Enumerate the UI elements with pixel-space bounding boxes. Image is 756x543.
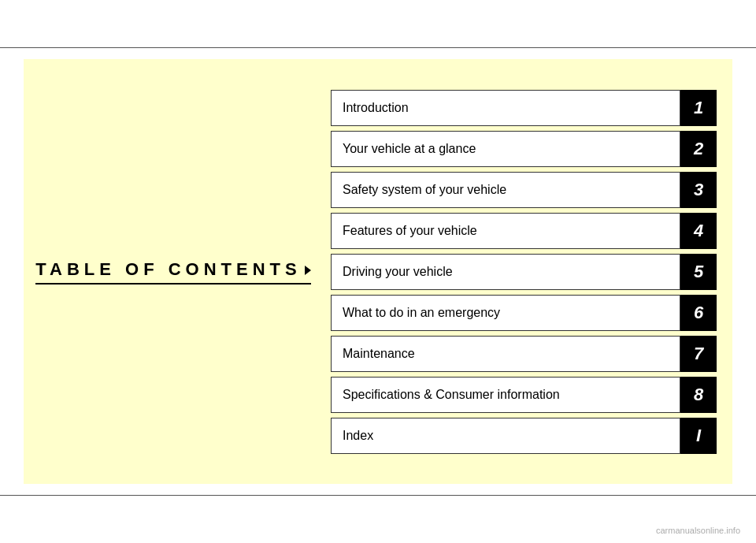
top-divider — [0, 47, 756, 48]
toc-row[interactable]: IndexI — [331, 418, 717, 454]
toc-label-4: Features of your vehicle — [331, 213, 680, 249]
toc-label-7: Maintenance — [331, 336, 680, 372]
toc-number-7: 7 — [680, 336, 717, 372]
toc-number-1: 1 — [680, 90, 717, 126]
toc-label-2: Your vehicle at a glance — [331, 131, 680, 167]
toc-row[interactable]: Safety system of your vehicle3 — [331, 172, 717, 208]
toc-label-6: What to do in an emergency — [331, 295, 680, 331]
watermark: carmanualsonline.info — [656, 526, 740, 535]
toc-title-text: TABLE OF CONTENTS — [35, 259, 301, 279]
toc-label-3: Safety system of your vehicle — [331, 172, 680, 208]
toc-title: TABLE OF CONTENTS — [35, 259, 310, 285]
toc-label-1: Introduction — [331, 90, 680, 126]
toc-title-arrow — [305, 266, 311, 275]
toc-row[interactable]: Your vehicle at a glance2 — [331, 131, 717, 167]
toc-number-2: 2 — [680, 131, 717, 167]
toc-number-3: 3 — [680, 172, 717, 208]
toc-row[interactable]: Driving your vehicle5 — [331, 254, 717, 290]
toc-label-8: Specifications & Consumer information — [331, 377, 680, 413]
toc-number-8: 8 — [680, 377, 717, 413]
toc-row[interactable]: What to do in an emergency6 — [331, 295, 717, 331]
toc-list: Introduction1Your vehicle at a glance2Sa… — [323, 59, 732, 484]
toc-number-5: 5 — [680, 254, 717, 290]
toc-row[interactable]: Maintenance7 — [331, 336, 717, 372]
toc-label-5: Driving your vehicle — [331, 254, 680, 290]
toc-row[interactable]: Features of your vehicle4 — [331, 213, 717, 249]
toc-number-9: I — [680, 418, 717, 454]
bottom-divider — [0, 495, 756, 496]
toc-row[interactable]: Specifications & Consumer information8 — [331, 377, 717, 413]
toc-number-4: 4 — [680, 213, 717, 249]
main-container: TABLE OF CONTENTS Introduction1Your vehi… — [24, 59, 732, 484]
toc-row[interactable]: Introduction1 — [331, 90, 717, 126]
toc-number-6: 6 — [680, 295, 717, 331]
toc-label-9: Index — [331, 418, 680, 454]
left-section: TABLE OF CONTENTS — [24, 59, 323, 484]
